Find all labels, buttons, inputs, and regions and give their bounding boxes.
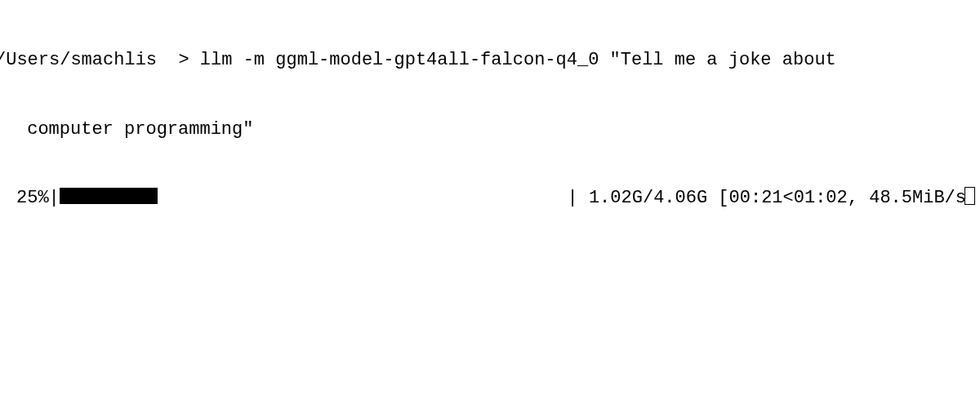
progress-line: 25%| | 1.02G/4.06G [00:21<01:02, 48.5MiB… <box>0 187 980 210</box>
prompt-symbol: > <box>178 50 189 70</box>
progress-stats: | 1.02G/4.06G [00:21<01:02, 48.5MiB/s <box>568 187 980 210</box>
command-wrap: computer programming" <box>16 119 253 140</box>
progress-stats-text: 1.02G/4.06G [00:21<01:02, 48.5MiB/s <box>578 188 966 208</box>
progress-bar-fill <box>60 188 158 204</box>
progress-bar <box>60 187 158 210</box>
command-line-1: /Users/smachlis > llm -m ggml-model-gpt4… <box>0 49 980 72</box>
prompt-path: /Users/smachlis <box>0 50 157 70</box>
terminal-output[interactable]: /Users/smachlis > llm -m ggml-model-gpt4… <box>0 3 980 233</box>
cursor-icon <box>964 187 975 205</box>
command-line-2: computer programming" <box>0 118 980 141</box>
command-text: llm -m ggml-model-gpt4all-falcon-q4_0 "T… <box>200 50 836 70</box>
progress-percent: 25% <box>16 187 49 210</box>
progress-bar-left: | <box>49 187 60 210</box>
progress-bar-right: | <box>568 188 578 208</box>
